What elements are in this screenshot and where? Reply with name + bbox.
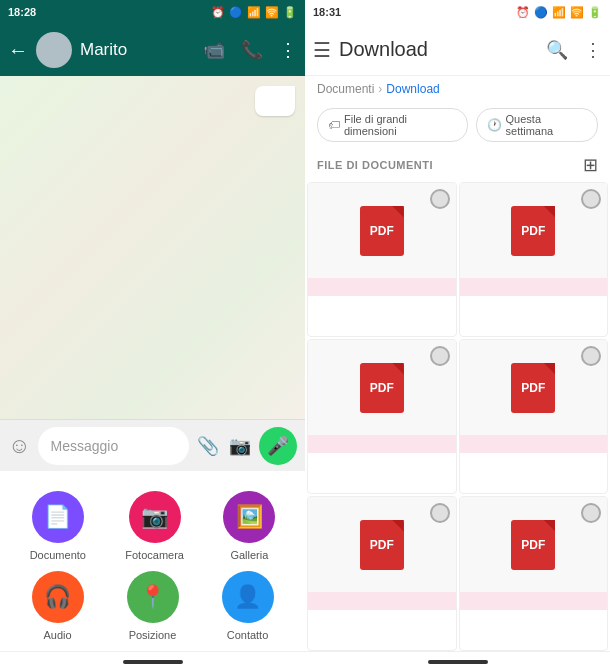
galleria-icon: 🖼️ (236, 504, 263, 530)
clock-icon: 🕐 (487, 118, 502, 132)
tag-icon: 🏷 (328, 118, 340, 132)
right-header-icons: 🔍 ⋮ (546, 39, 602, 61)
list-item[interactable]: PDF (307, 339, 457, 494)
phone-icon[interactable]: 📞 (241, 39, 263, 61)
camera-icon[interactable]: 📷 (229, 435, 251, 457)
list-item[interactable]: PDF (307, 182, 457, 337)
documento-icon-circle: 📄 (32, 491, 84, 543)
breadcrumb-separator: › (378, 82, 382, 96)
mic-button[interactable]: 🎤 (259, 427, 297, 465)
page-title: Download (339, 38, 538, 61)
pdf-icon: PDF (511, 520, 555, 570)
filter-large-label: File di grandi dimensioni (344, 113, 457, 137)
breadcrumb-parent[interactable]: Documenti (317, 82, 374, 96)
filter-large-files[interactable]: 🏷 File di grandi dimensioni (317, 108, 468, 142)
right-status-bar: 18:31 ⏰ 🔵 📶 🛜 🔋 (305, 0, 610, 24)
right-status-icons: ⏰ 🔵 📶 🛜 🔋 (516, 6, 602, 19)
more-options-icon[interactable]: ⋮ (584, 39, 602, 61)
right-bottom-nav (305, 651, 610, 671)
right-wifi-icon: 🛜 (570, 6, 584, 19)
share-galleria[interactable]: 🖼️ Galleria (223, 491, 275, 561)
filter-week-label: Questa settimana (506, 113, 587, 137)
share-audio[interactable]: 🎧 Audio (32, 571, 84, 641)
file-name-bar (308, 592, 456, 610)
share-posizione[interactable]: 📍 Posizione (127, 571, 179, 641)
file-card-top: PDF (308, 183, 456, 278)
right-nav-indicator (428, 660, 488, 664)
contact-name: Marito (80, 40, 195, 60)
whatsapp-panel: 18:28 ⏰ 🔵 📶 🛜 🔋 ← Marito 📹 📞 ⋮ ☺ Messagg… (0, 0, 305, 671)
share-fotocamera[interactable]: 📷 Fotocamera (125, 491, 184, 561)
file-name-bar (460, 435, 608, 453)
file-name-bar (460, 278, 608, 296)
search-icon[interactable]: 🔍 (546, 39, 568, 61)
select-circle[interactable] (581, 346, 601, 366)
file-name-bar (460, 592, 608, 610)
list-item[interactable]: PDF (459, 339, 609, 494)
wifi-icon: 🛜 (265, 6, 279, 19)
chat-area (0, 76, 305, 419)
list-item[interactable]: PDF (459, 496, 609, 651)
nav-indicator (123, 660, 183, 664)
pdf-icon: PDF (360, 206, 404, 256)
chat-bubble (255, 86, 295, 116)
posizione-label: Posizione (129, 629, 177, 641)
pdf-icon: PDF (360, 520, 404, 570)
share-row-2: 🎧 Audio 📍 Posizione 👤 Contatto (10, 571, 295, 641)
file-manager-header: ☰ Download 🔍 ⋮ (305, 24, 610, 76)
bluetooth-icon: 🔵 (229, 6, 243, 19)
battery-icon: 🔋 (283, 6, 297, 19)
file-card-top: PDF (460, 183, 608, 278)
posizione-icon: 📍 (139, 584, 166, 610)
input-icons: 📎 📷 (197, 435, 251, 457)
contatto-icon-circle: 👤 (222, 571, 274, 623)
share-contatto[interactable]: 👤 Contatto (222, 571, 274, 641)
back-button[interactable]: ← (8, 39, 28, 62)
right-bluetooth-icon: 🔵 (534, 6, 548, 19)
more-options-icon[interactable]: ⋮ (279, 39, 297, 61)
video-call-icon[interactable]: 📹 (203, 39, 225, 61)
left-status-bar: 18:28 ⏰ 🔵 📶 🛜 🔋 (0, 0, 305, 24)
message-input-bar: ☺ Messaggio 📎 📷 🎤 (0, 419, 305, 471)
select-circle[interactable] (581, 189, 601, 209)
pdf-icon: PDF (511, 363, 555, 413)
signal-icon: 📶 (247, 6, 261, 19)
file-card-top: PDF (308, 340, 456, 435)
documento-icon: 📄 (44, 504, 71, 530)
list-item[interactable]: PDF (307, 496, 457, 651)
left-status-icons: ⏰ 🔵 📶 🛜 🔋 (211, 6, 297, 19)
file-manager-panel: 18:31 ⏰ 🔵 📶 🛜 🔋 ☰ Download 🔍 ⋮ Documenti… (305, 0, 610, 671)
message-input[interactable]: Messaggio (38, 427, 189, 465)
fotocamera-icon-circle: 📷 (129, 491, 181, 543)
chat-header-icons: 📹 📞 ⋮ (203, 39, 297, 61)
file-card-top: PDF (460, 497, 608, 592)
audio-icon: 🎧 (44, 584, 71, 610)
attachment-icon[interactable]: 📎 (197, 435, 219, 457)
audio-icon-circle: 🎧 (32, 571, 84, 623)
fotocamera-label: Fotocamera (125, 549, 184, 561)
mic-icon: 🎤 (267, 435, 289, 457)
filter-bar: 🏷 File di grandi dimensioni 🕐 Questa set… (305, 102, 610, 148)
grid-view-icon[interactable]: ⊞ (583, 154, 598, 176)
posizione-icon-circle: 📍 (127, 571, 179, 623)
file-card-top: PDF (308, 497, 456, 592)
left-bottom-nav (0, 651, 305, 671)
select-circle[interactable] (430, 503, 450, 523)
galleria-label: Galleria (230, 549, 268, 561)
fotocamera-icon: 📷 (141, 504, 168, 530)
filter-this-week[interactable]: 🕐 Questa settimana (476, 108, 598, 142)
galleria-icon-circle: 🖼️ (223, 491, 275, 543)
files-grid: PDF PDF PDF PDF (305, 182, 610, 651)
select-circle[interactable] (430, 346, 450, 366)
select-circle[interactable] (581, 503, 601, 523)
emoji-icon[interactable]: ☺ (8, 433, 30, 459)
share-documento[interactable]: 📄 Documento (30, 491, 86, 561)
pdf-icon: PDF (511, 206, 555, 256)
chat-header: ← Marito 📹 📞 ⋮ (0, 24, 305, 76)
breadcrumb-current: Download (386, 82, 439, 96)
right-time: 18:31 (313, 6, 341, 18)
list-item[interactable]: PDF (459, 182, 609, 337)
hamburger-menu-button[interactable]: ☰ (313, 38, 331, 62)
select-circle[interactable] (430, 189, 450, 209)
right-battery-icon: 🔋 (588, 6, 602, 19)
